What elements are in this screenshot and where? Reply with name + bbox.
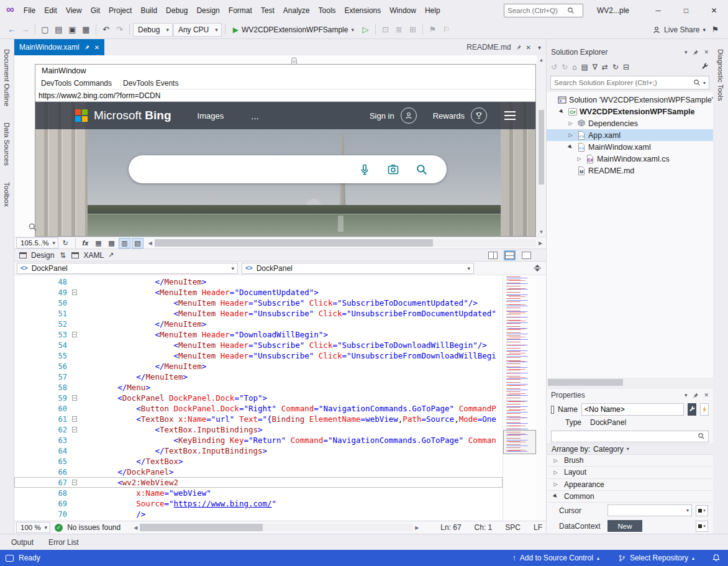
wrench-icon[interactable] [701,63,709,71]
profile-person-icon[interactable] [401,107,417,124]
webview-bing-preview[interactable]: Microsoft Bing Images ... Sign in Reward… [35,102,535,236]
chevron-down-icon[interactable]: ▾ [703,80,706,86]
quick-launch-input[interactable] [507,7,567,14]
menu-devtools-events[interactable]: DevTools Events [117,79,184,88]
expander-icon[interactable]: ▶ [557,107,567,117]
visual-search-icon[interactable] [387,163,399,176]
tab-readme-md[interactable]: README.md ✕ [462,43,535,52]
section-layout[interactable]: ▷Layout [547,467,713,478]
line-indicator[interactable]: Ln: 67 [440,523,461,532]
vertical-split-button[interactable] [488,252,498,259]
bing-brand[interactable]: Microsoft Bing [94,109,171,122]
designer-horizontal-scrollbar[interactable]: ◀ ▶ [146,239,545,247]
popout-icon[interactable]: ↗ [108,251,114,259]
menu-devtools-commands[interactable]: DevTools Commands [35,79,117,88]
collapse-pane-button[interactable] [522,252,531,259]
designer-zoom-dropdown[interactable]: 105.5..%▾ [16,237,58,249]
hamburger-menu-icon[interactable] [504,111,516,120]
collapse-all-icon[interactable]: ⊟ [623,63,629,71]
design-surface[interactable]: MainWindow DevTools Commands DevTools Ev… [35,64,536,237]
column-indicator[interactable]: Ch: 1 [475,523,493,532]
designer-vertical-scrollbar[interactable]: ▲ ▼ [537,55,546,237]
arrange-by-row[interactable]: Arrange by: Category ▾ [547,444,713,455]
tree-item-dependencies[interactable]: ▷Dependencies [547,117,713,129]
indent-icon[interactable]: ⊞ [406,23,419,37]
fold-marker-icon[interactable] [69,480,80,485]
code-line-60[interactable]: 60 <Button DockPanel.Dock="Right" Comman… [14,403,503,414]
code-line-51[interactable]: 51 <MenuItem Header="Unsubscribe" Click=… [14,308,503,319]
code-line-54[interactable]: 54 <MenuItem Header="Subscribe" Click="S… [14,340,503,350]
select-repository-button[interactable]: Select Repository ▴ [618,554,694,562]
feedback-icon[interactable]: ⚑ [709,23,722,37]
menu-help[interactable]: Help [421,3,445,18]
tool-tab-diagnostic-tools[interactable]: Diagnostic Tools [717,49,724,101]
fold-marker-icon[interactable] [69,290,80,295]
code-line-49[interactable]: 49 <MenuItem Header="DocumentUpdated"> [14,287,503,298]
menu-design[interactable]: Design [192,3,224,18]
spaces-indicator[interactable]: SPC [505,523,521,532]
properties-mode-button[interactable] [688,403,696,416]
fold-marker-icon[interactable] [69,416,80,422]
property-marker-button[interactable]: ▾ [696,505,708,516]
scroll-right-icon[interactable]: ▶ [412,525,421,531]
scroll-left-icon[interactable]: ◀ [146,240,155,246]
tree-horizontal-scrollbar[interactable] [547,379,713,386]
tool-tab-document-outline[interactable]: Document Outline [3,49,11,106]
home-icon[interactable]: ⌂ [572,63,576,71]
menu-window[interactable]: Window [385,3,421,18]
menu-debug[interactable]: Debug [162,3,192,18]
close-tab-icon[interactable]: ✕ [94,44,99,51]
eol-indicator[interactable]: LF [534,523,542,532]
scrollbar-thumb[interactable] [155,239,433,247]
fold-marker-icon[interactable] [69,332,80,337]
panel-tab-output[interactable]: Output [11,538,34,547]
bookmark-icon[interactable]: ⚑ [426,23,439,37]
code-line-56[interactable]: 56 </MenuItem> [14,361,503,372]
editor-zoom-dropdown[interactable]: 100 %▾ [16,522,50,533]
show-grid-icon[interactable]: ▦ [93,238,104,249]
expander-icon[interactable]: ▷ [566,121,575,126]
fit-selection-icon[interactable]: ↻ [60,238,71,249]
code-lines[interactable]: 48 </MenuItem>49 <MenuItem Header="Docum… [14,275,503,521]
cursor-dropdown[interactable]: ▾ [607,504,692,516]
fold-marker-icon[interactable] [69,395,80,401]
show-snaplines-icon[interactable]: ▥ [119,238,130,249]
bing-overflow-menu[interactable]: ... [251,111,259,121]
live-share-button[interactable]: Live Share [664,25,699,34]
menu-tools[interactable]: Tools [314,3,340,18]
expander-icon[interactable]: ▷ [566,132,575,138]
editor-horizontal-scrollbar[interactable]: ◀ ▶ [131,524,421,531]
fold-marker-icon[interactable] [69,427,80,432]
xaml-editor[interactable]: 48 </MenuItem>49 <MenuItem Header="Docum… [14,275,546,521]
scroll-left-icon[interactable]: ◀ [131,525,140,531]
splitter-handle[interactable] [531,263,544,273]
solution-search-input[interactable] [554,79,691,86]
snap-to-grid-icon[interactable]: ▩ [106,238,117,249]
code-line-68[interactable]: 68 x:Name="webView" [14,488,503,498]
tab-mainwindow-xaml[interactable]: MainWindow.xaml ✕ [14,39,104,55]
rewards-trophy-icon[interactable] [471,107,487,124]
code-line-53[interactable]: 53 <MenuItem Header="DownloadWillBegin"> [14,329,503,340]
close-panel-icon[interactable]: ✕ [704,49,709,55]
new-datacontext-button[interactable]: New [607,520,642,532]
start-without-debugging-icon[interactable]: ▷ [359,23,372,37]
menu-build[interactable]: Build [136,3,162,18]
code-line-65[interactable]: 65 </TextBox> [14,456,503,467]
redo-icon[interactable]: ↷ [113,23,126,37]
tree-item-solution-wv2cdpextensionwpfsample[interactable]: Solution 'WV2CDPExtensionWPFSample' [547,94,713,106]
name-input[interactable] [581,403,684,416]
designed-address-textbox[interactable]: https://www2.bing.com/?form=DCDN [35,89,535,102]
bing-search-box[interactable] [129,155,447,183]
scrollbar-thumb[interactable] [548,379,623,386]
menu-file[interactable]: File [19,3,40,18]
tool-tab-toolbox[interactable]: Toolbox [3,182,11,207]
solution-search-box[interactable]: ▾ [550,76,709,89]
section-common[interactable]: ▶Common [547,491,713,503]
bing-images-link[interactable]: Images [198,111,224,121]
navigate-back-icon[interactable]: ← [5,23,18,37]
code-line-67[interactable]: 67 <wv2:WebView2 [14,477,503,488]
close-panel-icon[interactable]: ✕ [704,392,709,398]
menu-format[interactable]: Format [224,3,257,18]
effects-toggle-icon[interactable]: fx [80,238,91,249]
minimap[interactable] [503,275,536,521]
